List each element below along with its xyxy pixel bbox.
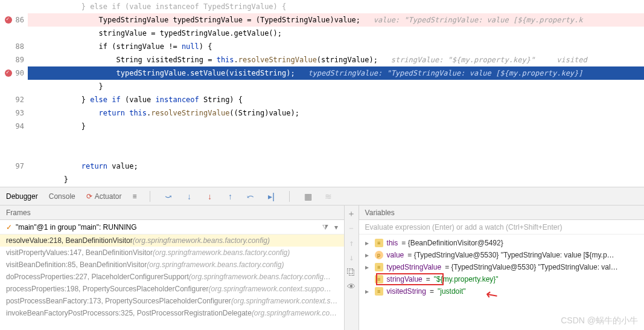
gutter-row: 89 [0,53,28,66]
stack-frame[interactable]: doProcessProperties:227, PlaceholderConf… [0,271,344,283]
up-icon[interactable]: ↑ [346,238,356,248]
add-watch-icon[interactable]: ＋ [346,209,356,219]
tab-debugger[interactable]: Debugger [6,192,38,201]
copy-icon[interactable]: ⿻ [346,267,356,277]
trace-icon[interactable]: ≋ [324,192,333,201]
debug-tabbar: Debugger Console ⟳Actuator ≡ ⤻ ↓ ↓ ↑ ⤺ ▸… [0,187,644,205]
thread-selector[interactable]: ✓"main"@1 in group "main": RUNNING ⧩ ▾ [0,220,344,235]
gutter: 86 88 89 90 92 93 94 97 [0,0,28,187]
breakpoint-icon[interactable] [5,16,12,24]
code-line: stringValue = typedStringValue.getValue(… [28,27,644,40]
remove-watch-icon[interactable]: － [346,224,356,233]
code-line: } else if (value instanceof String) { [28,93,644,106]
gutter-row [0,27,28,40]
code-line: String visitedString = this.resolveStrin… [28,53,644,66]
force-step-into-icon[interactable]: ↓ [205,192,214,201]
gutter-row [0,80,28,93]
evaluate-input[interactable]: Evaluate expression (Enter) or add a wat… [359,220,644,235]
stack-frame[interactable]: visitBeanDefinition:85, BeanDefinitionVi… [0,259,344,271]
gutter-row: 97 [0,160,28,173]
tab-actuator[interactable]: ⟳Actuator [86,192,122,201]
check-icon: ✓ [6,223,12,231]
separator [289,191,290,202]
gutter-row: 92 [0,93,28,106]
stack-frame[interactable]: visitPropertyValues:147, BeanDefinitionV… [0,247,344,259]
evaluate-icon[interactable]: ▦ [303,192,313,201]
debug-panel: Debugger Console ⟳Actuator ≡ ⤻ ↓ ↓ ↑ ⤺ ▸… [0,187,644,330]
gutter-row [0,133,28,146]
filter-icon[interactable]: ⧩ [322,223,328,231]
watches-icon[interactable]: 👁 [346,282,356,291]
code-line: } [28,120,644,133]
run-to-cursor-icon[interactable]: ▸ǀ [266,192,276,201]
stack-frame[interactable]: resolveValue:218, BeanDefinitionVisitor … [0,235,344,247]
frames-column: Frames ✓"main"@1 in group "main": RUNNIN… [0,205,345,330]
variable-row[interactable]: ▸pvalue = {TypedStringValue@5530} "Typed… [359,249,644,261]
gutter-row [0,146,28,160]
execution-line: typedStringValue.setValue(visitedString)… [28,66,644,80]
variable-row[interactable]: ▸≡typedStringValue = {TypedStringValue@5… [359,261,644,273]
gutter-row: 94 [0,120,28,133]
breakpoint-icon[interactable] [5,70,12,77]
stack-frame[interactable]: processProperties:198, PropertySourcesPl… [0,283,344,295]
variables-column: Variables Evaluate expression (Enter) or… [359,205,644,330]
tab-console[interactable]: Console [49,192,75,201]
code-editor: 86 88 89 90 92 93 94 97 } else if (value… [0,0,644,187]
code-area[interactable]: } else if (value instanceof TypedStringV… [28,0,644,187]
code-line: TypedStringValue typedStringValue = (Typ… [28,13,644,27]
vars-sidebar: ＋ － ↑ ↓ ⿻ 👁 [345,205,359,330]
code-line [28,146,644,160]
step-over-icon[interactable]: ⤻ [164,192,173,201]
tab-more[interactable]: ≡ [132,192,136,201]
variable-row[interactable]: ▸≡visitedString = "justdoit" [359,285,644,297]
gutter-row: 88 [0,40,28,53]
watermark: CSDN @蜗牛的小牛 [561,315,638,326]
gutter-row: 90 [0,66,28,80]
variable-row[interactable]: ≡stringValue = "${my.property.key}" [359,273,644,285]
frames-header: Frames [0,205,344,220]
code-line [28,133,644,146]
separator [150,191,150,202]
down-icon[interactable]: ↓ [346,253,356,262]
code-line: } [28,80,644,93]
dropdown-icon[interactable]: ▾ [334,223,338,231]
code-line: } [28,173,644,186]
variable-row[interactable]: ▸≡this = {BeanDefinitionVisitor@5492} [359,237,644,249]
stack-frame[interactable]: invokeBeanFactoryPostProcessors:325, Pos… [0,307,344,319]
step-into-icon[interactable]: ↓ [184,192,194,201]
gutter-row [0,0,28,13]
step-out-icon[interactable]: ↑ [225,192,235,201]
drop-frame-icon[interactable]: ⤺ [246,192,255,201]
variables-header: Variables [359,205,644,220]
gutter-row [0,173,28,186]
code-line: if (stringValue != null) { [28,40,644,53]
code-line: return value; [28,160,644,173]
gutter-row: 86 [0,13,28,27]
code-line: return this.resolveStringValue((String)v… [28,106,644,120]
stack-frame[interactable]: postProcessBeanFactory:173, PropertySour… [0,295,344,307]
debug-columns: Frames ✓"main"@1 in group "main": RUNNIN… [0,205,644,330]
code-line: } else if (value instanceof TypedStringV… [28,0,644,13]
gutter-row: 93 [0,106,28,120]
frame-list[interactable]: resolveValue:218, BeanDefinitionVisitor … [0,235,344,330]
